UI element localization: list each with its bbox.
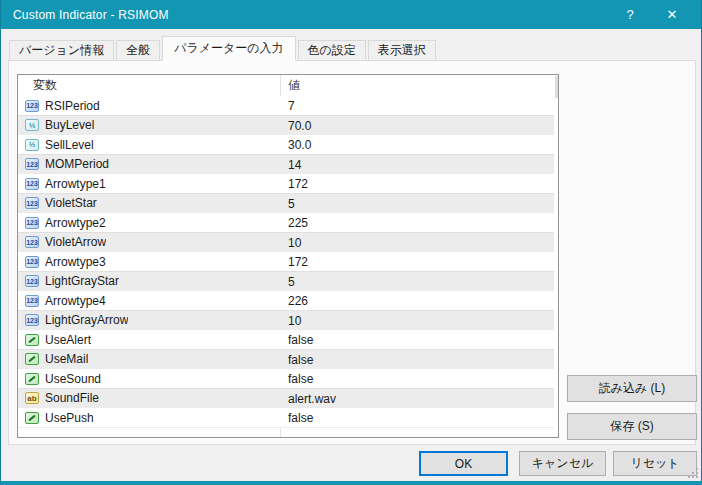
parameter-name: SoundFile [45, 391, 99, 405]
parameter-value[interactable]: 172 [288, 252, 308, 272]
parameter-name-cell: UseMail [18, 352, 88, 366]
table-row[interactable]: 123VioletArrow10 [18, 232, 554, 252]
scrollbar-thumb[interactable] [555, 76, 558, 98]
tab-version-info[interactable]: バージョン情報 [9, 40, 114, 61]
resize-grip-icon[interactable] [687, 468, 698, 479]
parameter-name: Arrowtype4 [45, 294, 106, 308]
parameter-value[interactable]: 7 [288, 96, 295, 116]
parameter-name-cell: 123LightGrayStar [18, 274, 119, 288]
tab-color-settings[interactable]: 色の設定 [298, 40, 366, 61]
parameter-name-cell: 123RSIPeriod [18, 99, 100, 113]
table-row[interactable]: UseAlertfalse [18, 330, 554, 350]
parameter-name-cell: 123Arrowtype2 [18, 216, 106, 230]
parameter-name: SellLevel [45, 138, 94, 152]
cancel-button[interactable]: キャンセル [519, 451, 606, 476]
parameter-value[interactable]: 5 [288, 194, 295, 214]
parameter-value[interactable]: 172 [288, 174, 308, 194]
parameter-name: UseSound [45, 372, 101, 386]
parameter-name-cell: UseAlert [18, 333, 91, 347]
int-type-icon: 123 [25, 236, 39, 248]
save-button[interactable]: 保存 (S) [567, 413, 697, 440]
parameter-value[interactable]: false [288, 330, 313, 350]
table-row[interactable]: 123Arrowtype3172 [18, 252, 554, 272]
table-row[interactable]: 123LightGrayStar5 [18, 271, 554, 291]
parameter-value[interactable]: false [288, 350, 313, 370]
column-header-variable[interactable]: 変数 [33, 75, 57, 96]
parameter-name: LightGrayStar [45, 274, 119, 288]
int-type-icon: 123 [25, 275, 39, 287]
parameter-value[interactable]: alert.wav [288, 389, 336, 409]
parameters-tab-page: 変数 値 123RSIPeriod7½BuyLevel70.0½SellLeve… [8, 60, 696, 445]
parameter-name: UseAlert [45, 333, 91, 347]
tab-display-selection[interactable]: 表示選択 [368, 40, 436, 61]
parameter-value[interactable]: 70.0 [288, 116, 311, 136]
table-body: 123RSIPeriod7½BuyLevel70.0½SellLevel30.0… [18, 96, 554, 428]
parameter-value[interactable]: 14 [288, 155, 301, 175]
parameter-name: Arrowtype3 [45, 255, 106, 269]
int-type-icon: 123 [25, 295, 39, 307]
table-row[interactable]: ½SellLevel30.0 [18, 135, 554, 155]
bool-type-icon [25, 412, 39, 424]
parameter-name: MOMPeriod [45, 157, 109, 171]
table-row[interactable]: 123Arrowtype1172 [18, 174, 554, 194]
table-row[interactable]: ½BuyLevel70.0 [18, 115, 554, 135]
parameter-name: VioletArrow [45, 235, 106, 249]
parameter-value[interactable]: false [288, 408, 313, 428]
string-type-icon: ab [25, 392, 39, 404]
int-type-icon: 123 [25, 217, 39, 229]
table-row[interactable]: 123LightGrayArrow10 [18, 310, 554, 330]
parameter-value[interactable]: 225 [288, 213, 308, 233]
parameter-name-cell: ½BuyLevel [18, 118, 94, 132]
reset-button[interactable]: リセット [613, 451, 697, 476]
int-type-icon: 123 [25, 256, 39, 268]
parameter-value[interactable]: 30.0 [288, 135, 311, 155]
parameter-name-cell: UseSound [18, 372, 101, 386]
table-row[interactable]: 123VioletStar5 [18, 193, 554, 213]
parameter-name-cell: 123Arrowtype3 [18, 255, 106, 269]
table-row[interactable]: UsePushfalse [18, 408, 554, 428]
parameter-name: VioletStar [45, 196, 97, 210]
parameter-value[interactable]: 10 [288, 233, 301, 253]
table-row[interactable]: 123MOMPeriod14 [18, 154, 554, 174]
load-button[interactable]: 読み込み (L) [567, 375, 697, 402]
parameter-name-cell: UsePush [18, 411, 94, 425]
help-button[interactable]: ? [609, 0, 651, 29]
titlebar[interactable]: Custom Indicator - RSIMOM ? ✕ [1, 0, 701, 29]
table-row[interactable]: 123Arrowtype4226 [18, 291, 554, 311]
parameter-name: UseMail [45, 352, 88, 366]
parameter-value[interactable]: 5 [288, 272, 295, 292]
tab-general[interactable]: 全般 [116, 40, 160, 61]
table-header: 変数 値 [18, 75, 558, 96]
parameter-name: RSIPeriod [45, 99, 100, 113]
tab-parameters[interactable]: パラメーターの入力 [162, 36, 295, 61]
bool-type-icon [25, 334, 39, 346]
int-type-icon: 123 [25, 100, 39, 112]
table-row[interactable]: 123Arrowtype2225 [18, 213, 554, 233]
table-row[interactable]: 123RSIPeriod7 [18, 96, 554, 116]
parameter-value[interactable]: 10 [288, 311, 301, 331]
ok-button[interactable]: OK [419, 451, 508, 476]
window-title: Custom Indicator - RSIMOM [1, 8, 169, 22]
parameter-name-cell: 123Arrowtype4 [18, 294, 106, 308]
int-type-icon: 123 [25, 178, 39, 190]
parameter-name: UsePush [45, 411, 94, 425]
parameter-name-cell: ½SellLevel [18, 138, 94, 152]
bool-type-icon [25, 373, 39, 385]
table-row[interactable]: UseSoundfalse [18, 369, 554, 389]
table-row[interactable]: abSoundFilealert.wav [18, 388, 554, 408]
parameter-name: Arrowtype1 [45, 177, 106, 191]
table-row[interactable]: UseMailfalse [18, 349, 554, 369]
int-type-icon: 123 [25, 314, 39, 326]
close-button[interactable]: ✕ [651, 0, 693, 29]
parameter-name-cell: 123VioletArrow [18, 235, 106, 249]
column-header-value[interactable]: 値 [288, 75, 300, 96]
int-type-icon: 123 [25, 158, 39, 170]
parameter-value[interactable]: 226 [288, 291, 308, 311]
parameter-name-cell: 123Arrowtype1 [18, 177, 106, 191]
titlebar-buttons: ? ✕ [609, 0, 693, 29]
bool-type-icon [25, 353, 39, 365]
parameters-table: 変数 値 123RSIPeriod7½BuyLevel70.0½SellLeve… [17, 74, 559, 438]
parameter-name-cell: 123VioletStar [18, 196, 97, 210]
parameter-name: BuyLevel [45, 118, 94, 132]
parameter-value[interactable]: false [288, 369, 313, 389]
